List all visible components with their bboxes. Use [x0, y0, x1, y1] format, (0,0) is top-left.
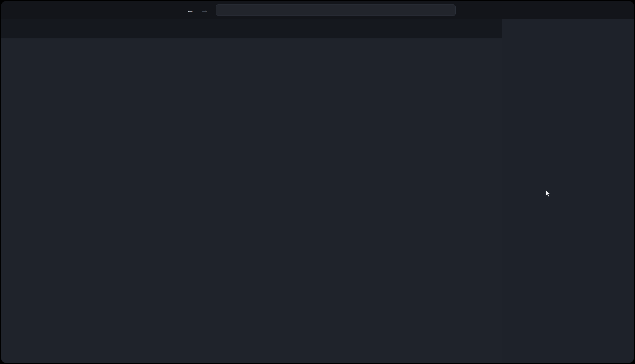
activity-bar — [615, 19, 634, 363]
explorer-sidebar — [502, 19, 615, 363]
back-arrow-icon[interactable]: ← — [186, 6, 194, 14]
sidebar-header — [502, 19, 615, 39]
editor-group — [1, 19, 502, 363]
breadcrumb[interactable] — [1, 38, 502, 50]
file-tree — [502, 50, 615, 51]
titlebar: ← → — [1, 1, 634, 19]
folder-section-header[interactable] — [502, 39, 615, 50]
tab-bar — [1, 19, 502, 38]
workbench — [1, 19, 634, 363]
vscode-window: ← → — [1, 1, 634, 363]
code-editor[interactable] — [1, 50, 502, 363]
forward-arrow-icon[interactable]: → — [201, 6, 208, 14]
command-center-search[interactable] — [216, 4, 456, 16]
